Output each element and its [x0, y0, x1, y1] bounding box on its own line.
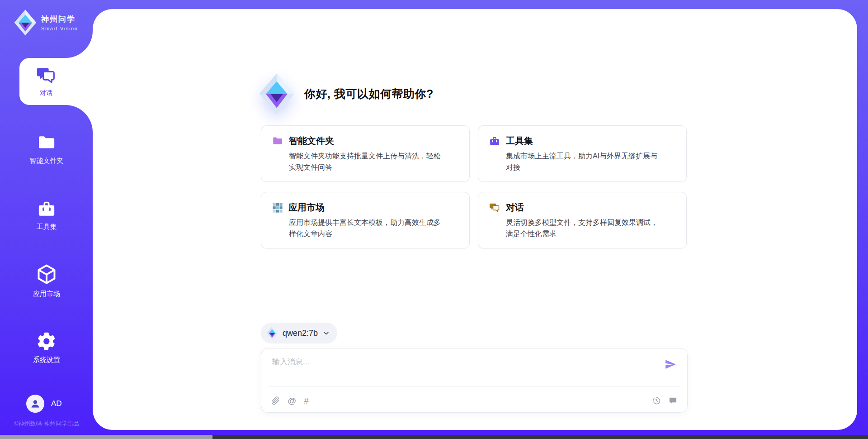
chevron-down-icon	[322, 329, 330, 337]
brand-logo-icon	[14, 9, 37, 36]
card-title: 工具集	[506, 135, 533, 147]
chat-bubble-icon	[669, 396, 677, 405]
main-panel: 你好, 我可以如何帮助你? 智能文件夹 智能文件夹功能支持批量文件上传与清洗，轻…	[93, 9, 857, 430]
topic-button[interactable]: #	[304, 396, 309, 405]
greeting: 你好, 我可以如何帮助你?	[258, 72, 434, 115]
cards-grid: 智能文件夹 智能文件夹功能支持批量文件上传与清洗，轻松实现文件问答 工具集 集成…	[261, 125, 687, 248]
card-head: 对话	[489, 201, 675, 214]
hash-icon: #	[304, 396, 309, 405]
greeting-text: 你好, 我可以如何帮助你?	[304, 86, 434, 101]
history-button[interactable]	[652, 396, 661, 405]
card-title: 应用市场	[288, 201, 325, 214]
composer-tools-left: @ #	[271, 396, 309, 405]
brand-text: 神州问学 Smart Vision	[41, 14, 78, 31]
horizontal-scrollbar[interactable]	[0, 435, 868, 439]
feature-card-app-market[interactable]: 应用市场 应用市场提供丰富长文本模板，助力高效生成多样化文章内容	[261, 192, 470, 248]
quick-reply-button[interactable]	[669, 396, 677, 405]
sidebar-item-smart-folders[interactable]: 智能文件夹	[0, 134, 93, 165]
sidebar-item-label: 工具集	[37, 223, 57, 231]
sidebar-item-label: 智能文件夹	[30, 157, 64, 165]
at-icon: @	[288, 396, 296, 405]
feature-card-chat[interactable]: 对话 灵活切换多模型文件，支持多样回复效果调试，满足个性化需求	[478, 192, 687, 248]
send-button[interactable]	[665, 358, 676, 370]
briefcase-icon	[37, 200, 56, 219]
history-icon	[652, 396, 661, 405]
model-selector[interactable]: qwen2:7b	[261, 323, 337, 344]
model-logo-icon	[266, 326, 278, 340]
sidebar-footer: ©神州数码·神州问学出品	[0, 420, 93, 428]
card-title: 对话	[506, 201, 524, 214]
paperclip-icon	[271, 396, 280, 405]
card-title: 智能文件夹	[289, 135, 334, 147]
composer-tools-right	[652, 396, 677, 405]
sidebar-item-toolset[interactable]: 工具集	[0, 200, 93, 231]
composer-divider	[268, 387, 681, 387]
sidebar-item-chat[interactable]: 对话	[19, 58, 96, 105]
sidebar-item-label: 系统设置	[33, 356, 60, 364]
app-root: 你好, 我可以如何帮助你? 智能文件夹 智能文件夹功能支持批量文件上传与清洗，轻…	[0, 0, 868, 439]
card-desc: 灵活切换多模型文件，支持多样回复效果调试，满足个性化需求	[506, 217, 660, 240]
person-icon	[30, 398, 41, 409]
brand-subtitle: Smart Vision	[41, 26, 78, 31]
feature-card-smart-folders[interactable]: 智能文件夹 智能文件夹功能支持批量文件上传与清洗，轻松实现文件问答	[261, 125, 470, 182]
chat-bubbles-icon	[489, 202, 500, 213]
sidebar-item-label: 应用市场	[33, 290, 60, 298]
folder-icon	[272, 136, 283, 147]
composer: @ #	[261, 348, 688, 413]
card-head: 智能文件夹	[272, 135, 458, 147]
model-name: qwen2:7b	[283, 329, 318, 338]
user-profile[interactable]: AD	[26, 395, 62, 413]
user-name: AD	[51, 399, 62, 408]
brand: 神州问学 Smart Vision	[14, 9, 78, 36]
chat-bubbles-icon	[36, 66, 56, 86]
avatar	[26, 395, 44, 413]
message-input[interactable]	[271, 355, 644, 369]
grid-icon	[272, 202, 283, 213]
send-icon	[665, 358, 676, 370]
brand-name: 神州问学	[41, 14, 78, 24]
attach-button[interactable]	[271, 396, 280, 405]
card-head: 应用市场	[272, 201, 458, 214]
cube-icon	[35, 263, 58, 286]
scrollbar-thumb[interactable]	[0, 435, 212, 439]
card-desc: 应用市场提供丰富长文本模板，助力高效生成多样化文章内容	[289, 217, 443, 240]
sidebar-item-app-market[interactable]: 应用市场	[0, 263, 93, 298]
folder-icon	[37, 134, 56, 153]
feature-card-toolset[interactable]: 工具集 集成市场上主流工具，助力AI与外界无缝扩展与对接	[478, 125, 687, 182]
sidebar-item-label: 对话	[40, 89, 52, 97]
gear-icon	[36, 331, 57, 352]
assistant-logo-icon	[258, 72, 295, 115]
card-desc: 集成市场上主流工具，助力AI与外界无缝扩展与对接	[506, 151, 660, 173]
sidebar-item-settings[interactable]: 系统设置	[0, 331, 93, 364]
composer-toolbar: @ #	[271, 392, 677, 409]
briefcase-icon	[489, 136, 500, 147]
mention-button[interactable]: @	[288, 396, 296, 405]
card-head: 工具集	[489, 135, 675, 147]
card-desc: 智能文件夹功能支持批量文件上传与清洗，轻松实现文件问答	[289, 151, 443, 173]
